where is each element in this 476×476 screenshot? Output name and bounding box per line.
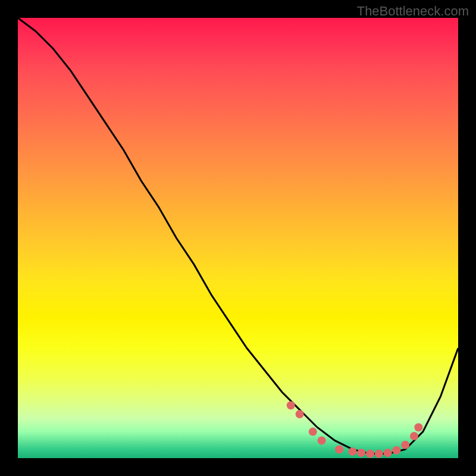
chart-plot-area xyxy=(18,18,458,458)
chart-marker xyxy=(414,423,422,431)
chart-marker xyxy=(401,441,409,449)
chart-marker xyxy=(348,447,356,456)
chart-marker xyxy=(375,450,383,458)
chart-marker xyxy=(384,449,392,457)
chart-marker xyxy=(335,445,343,453)
chart-marker xyxy=(309,428,317,436)
chart-marker xyxy=(357,449,365,457)
watermark-text: TheBottleneck.com xyxy=(357,4,469,19)
chart-marker xyxy=(296,410,304,418)
chart-marker xyxy=(318,436,326,444)
chart-curve xyxy=(18,18,458,454)
chart-marker xyxy=(392,446,400,455)
chart-marker xyxy=(410,432,418,440)
chart-svg xyxy=(18,18,458,458)
chart-marker xyxy=(366,450,374,458)
chart-marker xyxy=(287,401,295,409)
